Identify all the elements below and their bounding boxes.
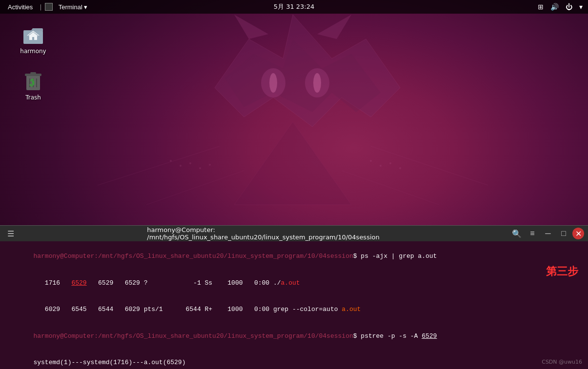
output-5: systemd(1)---systemd(1716)---a.out(6529) bbox=[33, 359, 185, 366]
terminal-close-button[interactable]: ✕ bbox=[572, 228, 584, 239]
terminal-line-1: harmony@Computer:/mnt/hgfs/OS_linux_shar… bbox=[3, 243, 585, 270]
svg-marker-3 bbox=[317, 15, 351, 39]
trash-icon-label: Trash bbox=[25, 94, 41, 101]
desktop-icon-trash[interactable]: Trash bbox=[14, 66, 53, 104]
activities-button[interactable]: Activities bbox=[4, 2, 37, 12]
aout-1: a.out bbox=[281, 279, 300, 287]
terminal-titlebar: ☰ harmony@Computer: /mnt/hgfs/OS_linux_s… bbox=[0, 226, 588, 241]
datetime-display: 5月 31 23:24 bbox=[274, 3, 315, 10]
svg-point-14 bbox=[180, 165, 182, 167]
svg-line-11 bbox=[146, 171, 244, 205]
desktop: Activities | Terminal ▾ 5月 31 23:24 ⊞ 🔊 … bbox=[0, 0, 588, 369]
output-3a: 6029 6545 6544 6029 pts/1 6544 R+ 1000 0… bbox=[33, 306, 342, 313]
terminal-line-5: systemd(1)---systemd(1716)---a.out(6529) bbox=[3, 350, 585, 369]
csdn-watermark: CSDN @uwu16 bbox=[542, 359, 582, 365]
terminal-title-left: ☰ bbox=[4, 228, 18, 239]
terminal-title-text: harmony@Computer: /mnt/hgfs/OS_linux_sha… bbox=[147, 226, 441, 241]
power-icon[interactable]: ⏻ bbox=[564, 2, 574, 12]
svg-point-16 bbox=[199, 167, 201, 169]
terminal-line-2: 1716 6529 6529 6529 ? -1 Ss 1000 0:00 ./… bbox=[3, 270, 585, 297]
svg-line-9 bbox=[98, 146, 220, 185]
trash-bin-svg bbox=[21, 69, 45, 92]
volume-icon[interactable]: 🔊 bbox=[549, 2, 560, 12]
system-menu-arrow[interactable]: ▾ bbox=[578, 2, 584, 12]
home-folder-svg bbox=[21, 22, 45, 46]
terminal-line-4: harmony@Computer:/mnt/hgfs/OS_linux_shar… bbox=[3, 323, 585, 350]
harmony-icon-image bbox=[21, 22, 45, 46]
prompt-1: harmony@Computer:/mnt/hgfs/OS_linux_shar… bbox=[33, 252, 353, 260]
svg-marker-2 bbox=[234, 15, 268, 39]
svg-point-6 bbox=[269, 73, 277, 93]
svg-rect-28 bbox=[30, 72, 36, 74]
prompt-2: harmony@Computer:/mnt/hgfs/OS_linux_shar… bbox=[33, 332, 353, 340]
topbar-datetime: 5月 31 23:24 bbox=[274, 2, 315, 11]
svg-point-17 bbox=[209, 164, 211, 166]
svg-point-19 bbox=[380, 165, 382, 167]
cmd-2: $ pstree -p -s -A 6529 bbox=[353, 332, 437, 340]
wallpaper-art bbox=[0, 0, 588, 210]
topbar-left: Activities | Terminal ▾ bbox=[0, 2, 90, 12]
desktop-icon-harmony[interactable]: harmony bbox=[14, 19, 53, 58]
terminal-search-button[interactable]: 🔍 bbox=[510, 228, 524, 239]
terminal-dropdown-arrow: ▾ bbox=[84, 3, 87, 11]
terminal-app-icon bbox=[45, 3, 53, 11]
svg-point-20 bbox=[389, 162, 391, 164]
svg-point-13 bbox=[170, 160, 172, 162]
output-2b: 6529 6529 ? -1 Ss 1000 0:00 ./ bbox=[87, 279, 281, 287]
svg-line-10 bbox=[371, 146, 488, 185]
terminal-window-controls: 🔍 ≡ ─ □ ✕ bbox=[510, 228, 584, 239]
terminal-options-button[interactable]: ≡ bbox=[526, 228, 539, 239]
terminal-label: Terminal bbox=[59, 3, 82, 11]
terminal-maximize-button[interactable]: □ bbox=[557, 228, 570, 239]
svg-line-12 bbox=[342, 171, 439, 205]
harmony-icon-label: harmony bbox=[20, 48, 46, 55]
output-2a: 1716 bbox=[33, 279, 71, 287]
svg-marker-8 bbox=[234, 122, 351, 205]
watermark-text: CSDN @uwu16 bbox=[542, 359, 582, 365]
terminal-menu-button[interactable]: Terminal ▾ bbox=[56, 2, 91, 12]
trash-icon-image bbox=[21, 69, 45, 92]
terminal-line-3: 6029 6545 6544 6029 pts/1 6544 R+ 1000 0… bbox=[3, 296, 585, 323]
terminal-menu-icon[interactable]: ☰ bbox=[4, 228, 18, 239]
aout-2: a.out bbox=[342, 306, 361, 313]
terminal-minimize-button[interactable]: ─ bbox=[541, 228, 555, 239]
terminal-window: ☰ harmony@Computer: /mnt/hgfs/OS_linux_s… bbox=[0, 225, 588, 369]
topbar: Activities | Terminal ▾ 5月 31 23:24 ⊞ 🔊 … bbox=[0, 0, 588, 14]
terminal-window-title: harmony@Computer: /mnt/hgfs/OS_linux_sha… bbox=[147, 226, 379, 241]
svg-point-21 bbox=[399, 167, 401, 169]
terminal-content[interactable]: harmony@Computer:/mnt/hgfs/OS_linux_shar… bbox=[0, 241, 588, 369]
svg-point-18 bbox=[370, 160, 372, 162]
svg-point-7 bbox=[313, 73, 321, 93]
topbar-right: ⊞ 🔊 ⏻ ▾ bbox=[536, 2, 588, 12]
network-icon[interactable]: ⊞ bbox=[536, 2, 545, 12]
cmd-1: $ ps -ajx | grep a.out bbox=[353, 252, 437, 260]
svg-point-15 bbox=[189, 162, 191, 164]
pid-highlight-1: 6529 bbox=[71, 279, 86, 287]
